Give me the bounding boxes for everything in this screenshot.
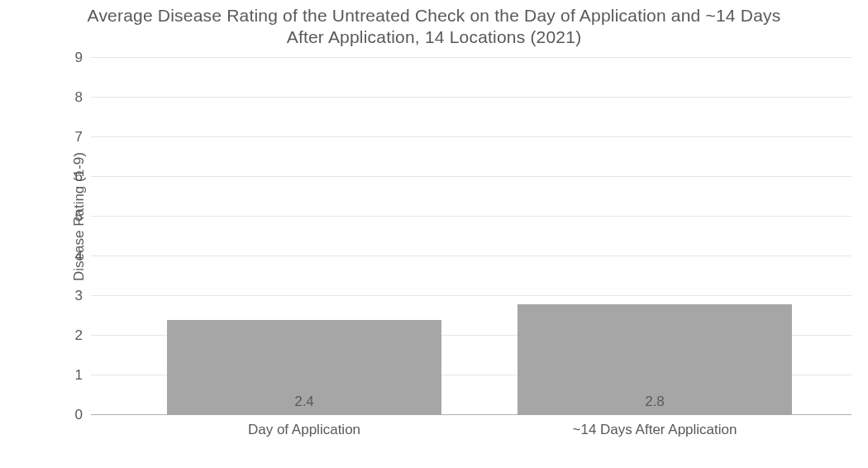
y-tick-label: 3: [75, 288, 91, 304]
x-tick-label: Day of Application: [167, 415, 441, 438]
x-tick-label: ~14 Days After Application: [517, 415, 792, 438]
chart-container: Average Disease Rating of the Untreated …: [0, 0, 868, 468]
y-tick-label: 4: [75, 248, 91, 265]
chart-title: Average Disease Rating of the Untreated …: [0, 5, 868, 49]
y-tick-label: 7: [75, 129, 91, 146]
bar-day-of-application: 2.4: [167, 320, 441, 415]
y-tick-label: 0: [75, 407, 91, 423]
y-tick-label: 6: [75, 169, 91, 185]
y-tick-label: 9: [75, 50, 91, 66]
y-tick-label: 8: [75, 89, 91, 106]
y-tick-label: 2: [75, 327, 91, 344]
bar-14-days-after: 2.8: [517, 304, 792, 415]
bar-value-label: 2.8: [517, 394, 792, 410]
plot-area: 9 8 7 6 5 4 3 2 1 0 2.4 2.8 Day of Appli: [91, 58, 851, 415]
chart-title-line1: Average Disease Rating of the Untreated …: [88, 6, 781, 25]
y-tick-label: 5: [75, 208, 91, 225]
bars-group: 2.4 2.8: [91, 58, 851, 415]
y-tick-label: 1: [75, 367, 91, 384]
bar-value-label: 2.4: [167, 394, 441, 410]
chart-title-line2: After Application, 14 Locations (2021): [287, 27, 582, 46]
